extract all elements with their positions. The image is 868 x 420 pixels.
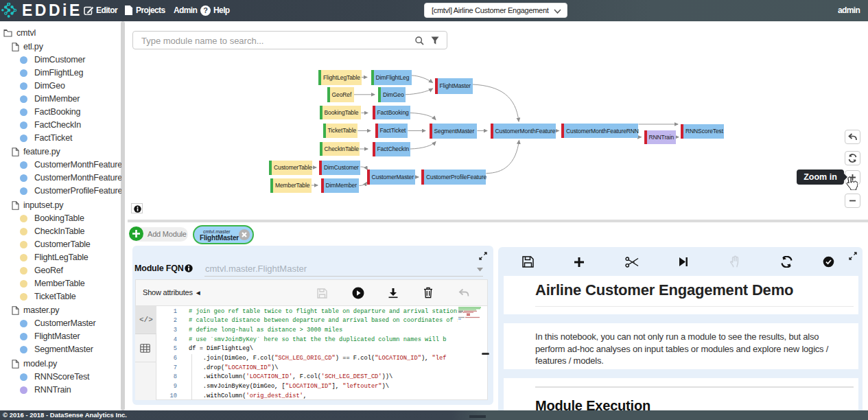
svg-text:?: ?: [203, 6, 208, 14]
